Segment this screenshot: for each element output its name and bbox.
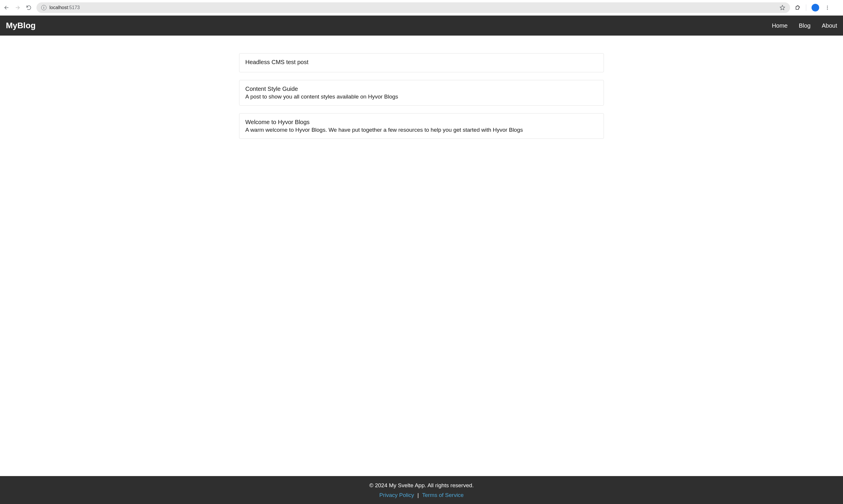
address-bar[interactable]: i localhost:5173: [36, 2, 790, 13]
forward-icon[interactable]: [15, 5, 21, 11]
browser-right-controls: [795, 4, 831, 12]
svg-point-5: [827, 9, 828, 10]
post-description: A post to show you all content styles av…: [245, 93, 598, 100]
site-info-icon[interactable]: i: [41, 5, 47, 10]
url-text: localhost:5173: [49, 5, 80, 10]
url-port: :5173: [68, 5, 80, 10]
nav-link-blog[interactable]: Blog: [799, 22, 811, 29]
svg-point-4: [827, 7, 828, 8]
nav-link-home[interactable]: Home: [772, 22, 787, 29]
post-description: A warm welcome to Hyvor Blogs. We have p…: [245, 127, 598, 133]
post-card[interactable]: Headless CMS test post: [239, 53, 604, 72]
post-card[interactable]: Welcome to Hyvor Blogs A warm welcome to…: [239, 113, 604, 139]
post-title: Welcome to Hyvor Blogs: [245, 119, 598, 126]
back-icon[interactable]: [3, 5, 10, 11]
footer-links: Privacy Policy | Terms of Service: [6, 491, 837, 500]
terms-of-service-link[interactable]: Terms of Service: [422, 492, 464, 498]
svg-point-3: [827, 5, 828, 6]
menu-dots-icon[interactable]: [824, 5, 830, 11]
profile-avatar[interactable]: [811, 4, 819, 12]
post-title: Headless CMS test post: [245, 59, 598, 66]
post-card[interactable]: Content Style Guide A post to show you a…: [239, 80, 604, 106]
bookmark-star-icon[interactable]: [779, 5, 785, 11]
toolbar-divider: [806, 4, 806, 11]
reload-icon[interactable]: [26, 5, 32, 11]
browser-toolbar: i localhost:5173: [0, 0, 843, 16]
nav-link-about[interactable]: About: [822, 22, 837, 29]
privacy-policy-link[interactable]: Privacy Policy: [379, 492, 414, 498]
svg-marker-2: [780, 5, 785, 10]
nav-links: Home Blog About: [772, 22, 837, 29]
post-title: Content Style Guide: [245, 86, 598, 92]
footer-copyright: © 2024 My Svelte App. All rights reserve…: [6, 481, 837, 490]
site-header: MyBlog Home Blog About: [0, 16, 843, 36]
site-footer: © 2024 My Svelte App. All rights reserve…: [0, 476, 843, 504]
post-list: Headless CMS test post Content Style Gui…: [233, 36, 610, 476]
browser-nav-buttons: [3, 5, 32, 11]
url-host: localhost: [49, 5, 68, 10]
footer-separator: |: [417, 492, 419, 498]
site-logo[interactable]: MyBlog: [6, 21, 36, 30]
extensions-icon[interactable]: [795, 5, 801, 11]
